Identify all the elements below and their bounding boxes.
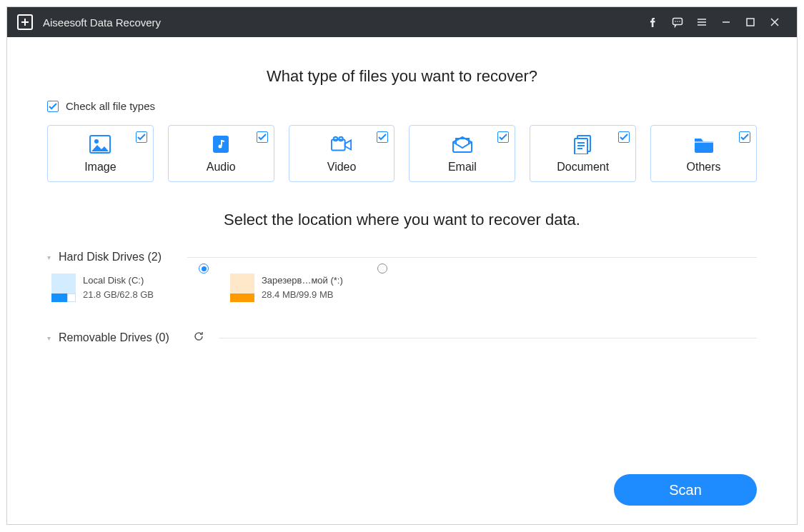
svg-point-3 [679, 21, 680, 22]
removable-label: Removable Drives (0) [59, 331, 173, 344]
audio-checkbox[interactable] [257, 131, 268, 143]
svg-point-6 [94, 139, 99, 144]
svg-rect-4 [747, 19, 754, 26]
main-content: What type of files you want to recover? … [7, 37, 797, 524]
check-all-checkbox[interactable] [47, 101, 59, 112]
image-checkbox[interactable] [136, 131, 147, 143]
feedback-icon[interactable] [665, 7, 690, 37]
svg-point-1 [675, 21, 676, 22]
drive-radio-c[interactable] [199, 264, 209, 273]
others-label: Others [687, 161, 721, 174]
email-label: Email [448, 161, 477, 174]
removable-section-header: ▾ Removable Drives (0) [47, 331, 757, 345]
drive-name: Local Disk (C:) [83, 273, 154, 288]
title-bar: Aiseesoft Data Recovery [7, 7, 797, 37]
drive-radio-reserved[interactable] [377, 264, 387, 273]
facebook-icon[interactable] [641, 7, 665, 37]
document-label: Document [557, 161, 609, 174]
image-icon [89, 134, 111, 155]
disk-icon [230, 273, 254, 302]
file-type-image[interactable]: Image [47, 125, 154, 182]
video-checkbox[interactable] [377, 131, 388, 143]
close-button[interactable] [763, 7, 787, 37]
drive-local-c[interactable]: Local Disk (C:) 21.8 GB/62.8 GB [51, 273, 194, 302]
file-type-others[interactable]: Others [650, 125, 757, 182]
svg-point-7 [219, 145, 222, 149]
refresh-icon[interactable] [193, 331, 204, 345]
app-logo-icon [17, 14, 33, 30]
others-checkbox[interactable] [739, 131, 750, 143]
check-all-label: Check all file types [66, 100, 155, 112]
menu-icon[interactable] [690, 7, 714, 37]
svg-rect-13 [695, 141, 713, 143]
collapse-arrow-icon[interactable]: ▾ [47, 334, 54, 342]
check-all-row[interactable]: Check all file types [47, 100, 757, 112]
drive-reserved[interactable]: Зарезерв…мой (*:) 28.4 MB/99.9 MB [230, 273, 373, 302]
hard-disk-label: Hard Disk Drives (2) [59, 251, 173, 264]
hard-disk-drives: Local Disk (C:) 21.8 GB/62.8 GB Зарезерв… [47, 273, 757, 302]
email-icon [452, 134, 473, 155]
scan-button[interactable]: Scan [614, 474, 757, 506]
file-type-audio[interactable]: Audio [168, 125, 274, 182]
app-window: Aiseesoft Data Recovery What type of fil… [6, 6, 798, 525]
document-checkbox[interactable] [618, 131, 630, 143]
drive-size: 28.4 MB/99.9 MB [262, 288, 343, 302]
drive-size: 21.8 GB/62.8 GB [83, 288, 154, 302]
email-checkbox[interactable] [497, 131, 509, 143]
drive-name: Зарезерв…мой (*:) [262, 273, 343, 288]
document-icon [572, 134, 594, 155]
location-heading: Select the location where you want to re… [47, 211, 757, 229]
hard-disk-section-header: ▾ Hard Disk Drives (2) [47, 251, 757, 264]
file-type-email[interactable]: Email [409, 125, 515, 182]
video-label: Video [327, 161, 357, 174]
file-type-cards: Image Audio Video [47, 125, 757, 182]
collapse-arrow-icon[interactable]: ▾ [47, 254, 54, 261]
video-icon [331, 134, 352, 155]
file-type-document[interactable]: Document [530, 125, 636, 182]
disk-icon [51, 273, 76, 302]
maximize-button[interactable] [738, 7, 763, 37]
file-type-video[interactable]: Video [289, 125, 395, 182]
audio-icon [210, 134, 232, 155]
app-title: Aiseesoft Data Recovery [43, 16, 161, 29]
image-label: Image [84, 161, 116, 174]
folder-icon [693, 134, 715, 155]
svg-point-2 [677, 21, 678, 22]
svg-rect-8 [332, 139, 345, 150]
minimize-button[interactable] [714, 7, 738, 37]
audio-label: Audio [207, 161, 236, 174]
file-types-heading: What type of files you want to recover? [47, 67, 757, 86]
